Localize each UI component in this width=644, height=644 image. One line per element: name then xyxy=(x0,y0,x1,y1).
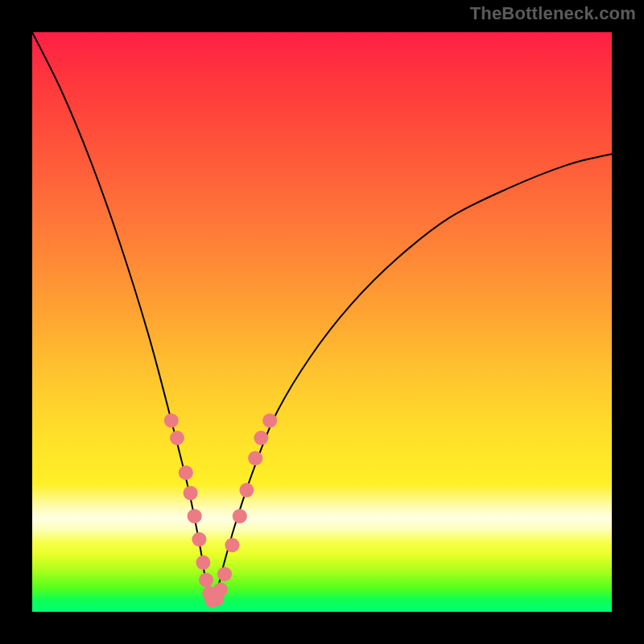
data-marker xyxy=(196,555,210,570)
chart-frame: TheBottleneck.com xyxy=(0,0,644,644)
data-marker xyxy=(254,431,268,445)
data-marker xyxy=(170,431,184,445)
data-marker xyxy=(225,538,239,552)
bottleneck-curve xyxy=(32,32,612,601)
data-marker xyxy=(188,509,202,523)
plot-svg xyxy=(32,32,612,612)
data-marker xyxy=(217,567,232,581)
data-marker xyxy=(184,485,198,500)
data-marker xyxy=(213,583,228,597)
data-marker xyxy=(233,509,247,523)
data-marker xyxy=(192,532,206,547)
data-marker xyxy=(199,572,213,587)
data-marker xyxy=(239,483,254,497)
data-marker xyxy=(164,413,179,427)
data-marker xyxy=(179,465,193,480)
marker-layer xyxy=(164,413,277,607)
data-marker xyxy=(262,413,277,427)
data-marker xyxy=(248,451,262,465)
watermark-text: TheBottleneck.com xyxy=(470,3,636,24)
